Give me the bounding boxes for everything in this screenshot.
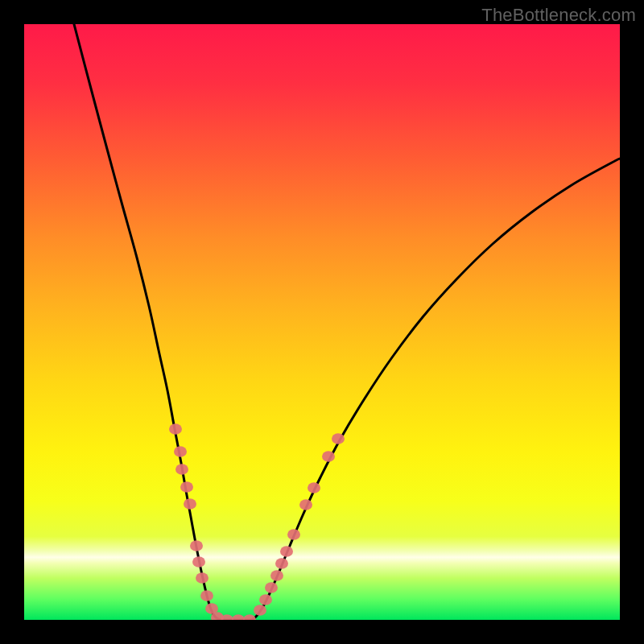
outer-frame: TheBottleneck.com: [0, 0, 644, 644]
marker-point: [200, 590, 213, 601]
marker-point: [259, 594, 272, 605]
marker-point: [192, 556, 205, 568]
marker-point: [308, 482, 320, 493]
marker-point: [196, 572, 208, 584]
marker-point: [169, 423, 182, 435]
markers-group: [169, 423, 345, 620]
marker-point: [322, 451, 335, 462]
marker-point: [299, 499, 312, 510]
marker-point: [232, 614, 245, 620]
curve-right-curve: [251, 159, 620, 620]
plot-area: [24, 24, 620, 620]
marker-point: [254, 605, 266, 616]
marker-point: [174, 446, 187, 457]
marker-point: [175, 464, 188, 475]
marker-point: [275, 558, 288, 569]
marker-point: [280, 546, 293, 557]
marker-point: [243, 614, 256, 620]
watermark-text: TheBottleneck.com: [481, 5, 636, 26]
marker-point: [184, 498, 196, 510]
series-group: [74, 24, 620, 620]
marker-point: [270, 570, 283, 581]
marker-point: [287, 529, 300, 540]
curve-left-curve: [74, 24, 221, 620]
chart-svg: [24, 24, 620, 620]
marker-point: [190, 540, 203, 551]
marker-point: [180, 481, 193, 493]
marker-point: [332, 433, 345, 444]
marker-point: [265, 582, 278, 593]
